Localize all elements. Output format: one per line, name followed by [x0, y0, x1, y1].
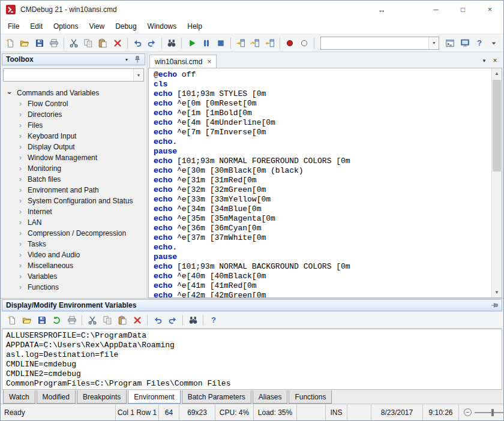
chevron-collapsed-icon[interactable]: ›: [16, 165, 25, 172]
chevron-collapsed-icon[interactable]: ›: [16, 230, 25, 237]
tree-item-internet[interactable]: ›Internet: [2, 206, 145, 217]
step-out-button[interactable]: [263, 36, 277, 50]
tree-item-batch-files[interactable]: ›Batch files: [2, 174, 145, 185]
tab-aliases[interactable]: Aliases: [253, 390, 288, 404]
code-editor[interactable]: @echo offclsecho [101;93m STYLES [0mecho…: [149, 68, 491, 297]
toolbox-menu-dropdown-icon[interactable]: ▾: [121, 55, 132, 64]
tree-item-variables[interactable]: ›Variables: [2, 271, 145, 282]
zoom-slider[interactable]: [475, 412, 504, 413]
tree-item-video-and-audio[interactable]: ›Video and Audio: [2, 249, 145, 260]
chevron-collapsed-icon[interactable]: ›: [16, 100, 25, 107]
redo-button[interactable]: [145, 36, 158, 50]
chevron-collapsed-icon[interactable]: ›: [16, 154, 25, 161]
menu-view[interactable]: View: [83, 20, 110, 33]
menu-help[interactable]: Help: [182, 20, 208, 33]
copy-button[interactable]: [82, 36, 95, 50]
copy-button[interactable]: [100, 313, 114, 327]
tree-item-functions[interactable]: ›Functions: [2, 282, 145, 293]
chevron-collapsed-icon[interactable]: ›: [16, 111, 25, 118]
breakpoint-circle-button[interactable]: [298, 36, 311, 50]
tree-item-monitoring[interactable]: ›Monitoring: [2, 163, 145, 174]
tree-item-directories[interactable]: ›Directories: [2, 109, 145, 120]
menu-edit[interactable]: Edit: [25, 20, 48, 33]
new-file-button[interactable]: [5, 313, 19, 327]
step-over-button[interactable]: [248, 36, 262, 50]
tree-item-environment-and-path[interactable]: ›Environment and Path: [2, 185, 145, 196]
paste-button[interactable]: [96, 36, 109, 50]
scrollbar-thumb[interactable]: [493, 80, 501, 172]
tree-item-files[interactable]: ›Files: [2, 120, 145, 131]
menu-options[interactable]: Options: [48, 20, 83, 33]
record-button[interactable]: [283, 36, 296, 50]
tab-watch[interactable]: Watch: [3, 390, 35, 404]
environment-pin-icon[interactable]: [489, 300, 500, 310]
help-button[interactable]: ?: [206, 313, 220, 327]
chevron-collapsed-icon[interactable]: ›: [16, 251, 25, 258]
run-button[interactable]: [185, 36, 198, 50]
chevron-collapsed-icon[interactable]: ›: [16, 143, 25, 151]
zoom-out-button[interactable]: −: [464, 408, 472, 416]
chevron-collapsed-icon[interactable]: ›: [16, 284, 25, 291]
menu-file[interactable]: File: [2, 20, 25, 33]
tab-functions[interactable]: Functions: [289, 390, 332, 404]
tree-item-miscellaneous[interactable]: ›Miscellaneous: [2, 260, 145, 271]
stop-button[interactable]: [214, 36, 227, 50]
scrollbar-track[interactable]: [492, 79, 502, 287]
menu-dropdown-button[interactable]: [487, 36, 500, 50]
chevron-collapsed-icon[interactable]: ›: [16, 133, 25, 140]
tree-item-display-output[interactable]: ›Display Output: [2, 142, 145, 152]
tree-item-compression-decompression[interactable]: ›Compression / Decompression: [2, 228, 145, 239]
print-button[interactable]: [47, 36, 61, 50]
find-button[interactable]: [165, 36, 178, 50]
new-file-button[interactable]: [4, 36, 17, 50]
chevron-collapsed-icon[interactable]: ›: [16, 240, 25, 248]
paste-button[interactable]: [115, 313, 129, 327]
print-button[interactable]: [65, 313, 79, 327]
resize-arrows-icon[interactable]: ↔: [372, 5, 391, 14]
tree-item-lan[interactable]: ›LAN: [2, 217, 145, 228]
editor-vertical-scrollbar[interactable]: ▲ ▼: [491, 68, 502, 297]
tab-close-icon[interactable]: ×: [207, 58, 211, 65]
redo-button[interactable]: [166, 313, 179, 327]
delete-button[interactable]: [111, 36, 124, 50]
chevron-collapsed-icon[interactable]: ›: [16, 262, 25, 269]
environment-variables-list[interactable]: ALLUSERSPROFILE=C:\ProgramDataAPPDATA=C:…: [2, 329, 502, 390]
tab-environment[interactable]: Environment: [128, 390, 180, 404]
chevron-collapsed-icon[interactable]: ›: [16, 219, 25, 226]
chevron-down-icon[interactable]: ▾: [133, 69, 143, 81]
save-button[interactable]: [32, 36, 46, 50]
menu-windows[interactable]: Windows: [142, 20, 182, 33]
chevron-collapsed-icon[interactable]: ›: [16, 273, 25, 280]
tab-win10ansi-cmd[interactable]: win10ansi.cmd ×: [149, 55, 217, 68]
console-window-button[interactable]: [458, 36, 471, 50]
find-button[interactable]: [186, 313, 200, 327]
cut-button[interactable]: [85, 313, 99, 327]
chevron-collapsed-icon[interactable]: ›: [16, 197, 25, 205]
chevron-collapsed-icon[interactable]: ›: [16, 208, 25, 215]
save-button[interactable]: [35, 313, 49, 327]
zoom-slider-thumb[interactable]: [491, 409, 494, 416]
chevron-collapsed-icon[interactable]: ›: [16, 187, 25, 194]
chevron-collapsed-icon[interactable]: ›: [16, 122, 25, 129]
chevron-expanded-icon[interactable]: ›: [6, 89, 13, 97]
maximize-button[interactable]: □: [449, 1, 476, 19]
chevron-collapsed-icon[interactable]: ›: [16, 176, 25, 183]
revert-button[interactable]: [50, 313, 64, 327]
toolbox-pin-icon[interactable]: [132, 55, 143, 64]
tabbar-close-icon[interactable]: ×: [490, 56, 500, 65]
tree-item-commands-and-variables[interactable]: ›Commands and Variables: [2, 88, 145, 98]
tab-modified[interactable]: Modified: [37, 390, 76, 404]
scroll-down-icon[interactable]: ▼: [492, 287, 502, 297]
chevron-down-icon[interactable]: ▾: [428, 37, 439, 49]
tab-list-dropdown-icon[interactable]: ▾: [479, 56, 489, 65]
tree-item-keyboard-input[interactable]: ›Keyboard Input: [2, 131, 145, 142]
delete-button[interactable]: [130, 313, 144, 327]
toolbar-combobox[interactable]: ▾: [320, 37, 439, 50]
undo-button[interactable]: [131, 36, 144, 50]
minimize-button[interactable]: ─: [422, 1, 449, 19]
step-into-button[interactable]: [234, 36, 247, 50]
tab-batch-parameters[interactable]: Batch Parameters: [182, 390, 251, 404]
cut-button[interactable]: [67, 36, 80, 50]
scroll-up-icon[interactable]: ▲: [492, 68, 502, 79]
open-folder-button[interactable]: [20, 313, 34, 327]
